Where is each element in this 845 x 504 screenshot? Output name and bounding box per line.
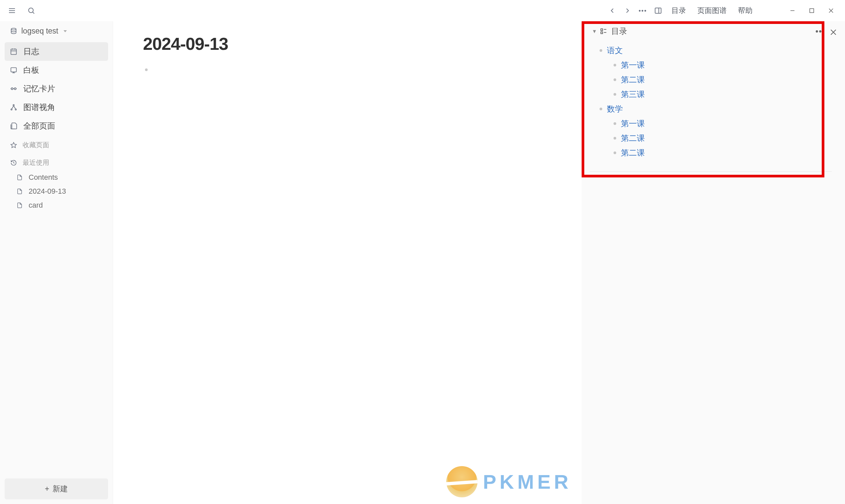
panel-close-button[interactable] — [828, 26, 839, 38]
main-content: 2024-09-13 PKMER — [113, 21, 582, 504]
toc-item[interactable]: 语文 — [600, 43, 828, 58]
svg-rect-30 — [601, 32, 603, 34]
toc-item[interactable]: 第二课 — [614, 145, 828, 160]
window-minimize-button[interactable] — [785, 6, 800, 15]
body: logseq test 日志白板记忆卡片图谱视角全部页面 收藏页面 最近使用 C… — [0, 21, 845, 504]
collapse-triangle-icon[interactable]: ▾ — [593, 28, 596, 35]
more-icon[interactable]: ••• — [638, 5, 648, 16]
page-icon — [15, 187, 24, 196]
toc-divider — [590, 172, 832, 172]
toc-title: 目录 — [611, 26, 627, 37]
toc-link[interactable]: 第二课 — [621, 74, 645, 85]
toc-item[interactable]: 第二课 — [614, 131, 828, 145]
bullet-icon — [614, 122, 616, 125]
svg-point-23 — [15, 109, 17, 110]
star-icon — [9, 141, 18, 149]
sidebar-item-label: 记忆卡片 — [23, 84, 55, 94]
plus-icon: + — [45, 484, 49, 493]
svg-line-25 — [14, 106, 16, 109]
favorites-header[interactable]: 收藏页面 — [5, 137, 108, 153]
svg-rect-29 — [601, 29, 603, 31]
toc-item[interactable]: 数学 — [600, 102, 828, 116]
toc-link[interactable]: 数学 — [607, 104, 623, 114]
sidebar: logseq test 日志白板记忆卡片图谱视角全部页面 收藏页面 最近使用 C… — [0, 21, 113, 504]
database-icon — [9, 27, 18, 36]
svg-point-3 — [29, 8, 33, 13]
bullet-icon — [600, 108, 602, 110]
toc-link[interactable]: 第二课 — [621, 133, 645, 144]
favorites-label: 收藏页面 — [23, 141, 49, 149]
recent-item[interactable]: card — [5, 198, 108, 212]
graph-view-icon — [9, 103, 18, 112]
svg-line-4 — [33, 12, 35, 14]
empty-block[interactable] — [143, 69, 552, 71]
watermark: PKMER — [446, 466, 572, 497]
titlebar-menu-help[interactable]: 帮助 — [735, 4, 756, 18]
toc-list: 语文第一课第二课第三课数学第一课第二课第二课 — [590, 41, 832, 165]
toc-item[interactable]: 第一课 — [614, 58, 828, 72]
recent-item-label: 2024-09-13 — [29, 187, 66, 196]
svg-rect-16 — [11, 68, 17, 72]
toc-more-icon[interactable]: •• — [815, 26, 822, 36]
toc-link[interactable]: 第一课 — [621, 118, 645, 129]
whiteboards-icon — [9, 66, 18, 74]
new-page-button[interactable]: + 新建 — [5, 479, 108, 499]
toc-link[interactable]: 语文 — [607, 45, 623, 56]
svg-rect-8 — [810, 8, 814, 13]
flashcards-icon — [9, 84, 18, 93]
toc-link[interactable]: 第三课 — [621, 89, 645, 100]
graph-name: logseq test — [21, 26, 58, 36]
sidebar-item-label: 日志 — [23, 46, 39, 57]
page-title[interactable]: 2024-09-13 — [143, 34, 552, 54]
bullet-icon — [614, 151, 616, 154]
bullet-icon — [614, 64, 616, 67]
menu-icon[interactable] — [7, 5, 17, 16]
toc-item[interactable]: 第三课 — [614, 87, 828, 102]
toc-link[interactable]: 第二课 — [621, 147, 645, 158]
graph-selector[interactable]: logseq test — [5, 23, 108, 39]
watermark-text: PKMER — [483, 470, 572, 493]
nav-back-icon[interactable] — [607, 5, 618, 16]
recent-item[interactable]: 2024-09-13 — [5, 184, 108, 198]
sidebar-item-flashcards[interactable]: 记忆卡片 — [5, 79, 108, 98]
svg-line-24 — [12, 106, 14, 109]
watermark-logo-icon — [446, 466, 478, 497]
nav-forward-icon[interactable] — [622, 5, 633, 16]
svg-rect-5 — [655, 8, 661, 13]
right-sidebar: ▾ 目录 •• 语文第一课第二课第三课数学第一课第二课第二课 — [582, 21, 845, 504]
search-icon[interactable] — [26, 5, 37, 16]
window-maximize-button[interactable] — [805, 6, 819, 15]
sidebar-item-label: 白板 — [23, 65, 39, 75]
history-icon — [9, 159, 18, 167]
app-root: ••• 目录 页面图谱 帮助 — [0, 0, 845, 504]
toc-list-icon — [600, 28, 607, 35]
new-page-label: 新建 — [53, 484, 68, 494]
titlebar: ••• 目录 页面图谱 帮助 — [0, 0, 845, 21]
window-close-button[interactable] — [824, 6, 838, 15]
toc-block: ▾ 目录 •• 语文第一课第二课第三课数学第一课第二课第二课 — [582, 21, 845, 172]
sidebar-item-journals[interactable]: 日志 — [5, 42, 108, 61]
toc-item[interactable]: 第一课 — [614, 116, 828, 131]
sidebar-item-all-pages[interactable]: 全部页面 — [5, 116, 108, 135]
toc-item[interactable]: 第二课 — [614, 72, 828, 87]
titlebar-right: ••• 目录 页面图谱 帮助 — [607, 4, 838, 18]
sidebar-item-whiteboards[interactable]: 白板 — [5, 61, 108, 79]
svg-point-22 — [11, 109, 12, 110]
all-pages-icon — [9, 122, 18, 130]
recent-header[interactable]: 最近使用 — [5, 155, 108, 170]
bullet-icon — [614, 137, 616, 140]
titlebar-menu-toc[interactable]: 目录 — [668, 4, 689, 18]
recent-label: 最近使用 — [23, 158, 49, 167]
recent-list: Contents2024-09-13card — [5, 170, 108, 212]
toc-link[interactable]: 第一课 — [621, 60, 645, 70]
journals-icon — [9, 47, 18, 56]
recent-item[interactable]: Contents — [5, 170, 108, 184]
sidebar-item-graph-view[interactable]: 图谱视角 — [5, 98, 108, 116]
bullet-icon — [145, 69, 148, 71]
sidebar-toggle-icon[interactable] — [653, 5, 663, 16]
svg-point-11 — [11, 28, 16, 30]
titlebar-menu-pagegraph[interactable]: 页面图谱 — [694, 4, 730, 18]
toc-header[interactable]: ▾ 目录 •• — [590, 21, 832, 41]
nav-list: 日志白板记忆卡片图谱视角全部页面 — [5, 42, 108, 135]
bullet-icon — [614, 93, 616, 96]
